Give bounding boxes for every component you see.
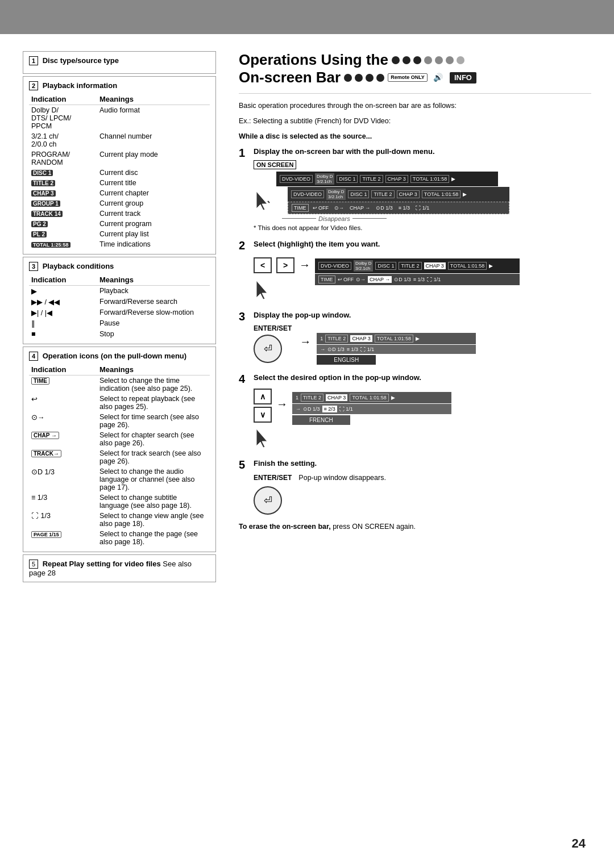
s3-chap: CHAP 3 <box>350 335 372 342</box>
step1-bar-top2: DVD-VIDEO Dolby D3/2.1ch DISC 1 TITLE 2 … <box>288 187 509 202</box>
table-row: ■ Stop <box>29 329 210 339</box>
ops-title-text2: On-screen Bar <box>239 69 341 86</box>
s2-dolby: Dolby D3/2.1ch <box>354 260 373 272</box>
section4: 4 Operation icons (on the pull-down menu… <box>23 347 216 552</box>
table-row: PAGE 1/15 Select to change the page (see… <box>29 529 210 547</box>
meaning-cell: Current play mode <box>97 149 210 168</box>
right-arrow-indicator: → <box>299 258 310 272</box>
repeat-btn[interactable]: ↩ OFF <box>311 205 331 211</box>
ops-title-line1: Operations Using the <box>239 51 591 69</box>
dot4 <box>424 56 432 64</box>
down-btn[interactable]: ∨ <box>254 407 272 423</box>
ind-cell: ■ <box>29 329 97 339</box>
ind-cell: CHAP 3 <box>29 188 97 198</box>
meaning-cell: Select to change subtitle language (see … <box>97 493 210 511</box>
s3-play: ▶ <box>416 336 420 341</box>
s4-total: TOTAL 1:01:58 <box>350 394 388 402</box>
right-column: Operations Using the On-screen Bar <box>233 51 591 585</box>
ind-cell: DISC 1 <box>29 168 97 178</box>
enter-set-label5: ENTER/SET <box>254 474 292 482</box>
dvd-video2: DVD-VIDEO <box>291 190 324 198</box>
section2-table: Indication Meanings Dolby D/DTS/ LPCM/PP… <box>29 94 210 249</box>
step5-content: Finish the setting. ENTER/SET Pop-up win… <box>254 458 591 515</box>
ops-title-text1: Operations Using the <box>239 51 388 69</box>
left-arrow-btn[interactable]: < <box>254 257 272 273</box>
s2-sub: ≡ 1/3 <box>413 277 425 282</box>
ind-cell: TIME <box>29 375 97 394</box>
audio-btn[interactable]: ⊙D 1/3 <box>374 205 395 211</box>
col-indication: Indication <box>29 274 97 286</box>
table-row: PG 2 Current program <box>29 219 210 229</box>
step3-content: Display the pop-up window. ENTER/SET ⏎ → <box>254 310 591 365</box>
time-btn[interactable]: TIME <box>292 204 309 212</box>
angle-btn[interactable]: ⛶ 1/1 <box>414 205 431 211</box>
table-row: DISC 1 Current disc <box>29 168 210 178</box>
meaning-cell: Select to change view angle (see also pa… <box>97 511 210 529</box>
right-arrow-btn[interactable]: > <box>276 257 294 273</box>
ind-cell: TRACK→ <box>29 448 97 466</box>
section5-title: Repeat Play setting for video files <box>43 560 161 568</box>
step3-bar1: 1 TITLE 2 CHAP 3 TOTAL 1:01:58 ▶ <box>317 333 476 344</box>
ind-cell: GROUP 1 <box>29 198 97 208</box>
step3-screen: 1 TITLE 2 CHAP 3 TOTAL 1:01:58 ▶ → ⊙D 1/… <box>317 333 476 365</box>
step1-screen-area: DVD-VIDEO Dolby D3/2.1ch DISC 1 TITLE 2 … <box>254 172 591 222</box>
step3-bar2: → ⊙D 1/3 ≡ 1/3 ⛶ 1/1 <box>317 345 476 354</box>
meaning-cell: Pause <box>97 318 210 329</box>
erase-note-strong: To erase the on-screen bar, <box>239 523 331 531</box>
s2-title: TITLE 2 <box>399 262 421 270</box>
enter-device3[interactable]: ⏎ <box>254 335 282 363</box>
disappears-area: Disappears <box>282 215 509 222</box>
table-row: TRACK→ Select for track search (see also… <box>29 448 210 466</box>
ind-cell: ↩ <box>29 394 97 412</box>
col-indication: Indication <box>29 94 97 105</box>
s2-search: ⊙→ <box>356 277 366 282</box>
meaning-cell: Current play list <box>97 229 210 239</box>
total2: TOTAL 1:01:58 <box>422 190 460 198</box>
cursor4-icon <box>254 426 271 449</box>
step4-num: 4 <box>239 373 249 386</box>
table-row: TOTAL 1:25:58 Time indications <box>29 239 210 249</box>
step2-bar1: DVD-VIDEO Dolby D3/2.1ch DISC 1 TITLE 2 … <box>315 258 520 273</box>
main-content: 1 Disc type/source type 2 Playback infor… <box>0 34 614 607</box>
table-row: ‖ Pause <box>29 318 210 329</box>
section4-num: 4 <box>29 352 38 361</box>
step5-body: ENTER/SET Pop-up window disappears. <box>254 473 591 483</box>
chap-search-btn[interactable]: CHAP → <box>348 205 372 211</box>
on-screen-label: ON SCREEN <box>254 160 296 169</box>
play-icon: ▶ <box>451 176 455 182</box>
disc-label: DISC 1 <box>337 175 358 183</box>
ind-cell: ▶ <box>29 286 97 297</box>
table-row: 3/2.1 ch/2/0.0 ch Channel number <box>29 131 210 149</box>
meaning-cell: Select to change the audio language or c… <box>97 466 210 493</box>
up-btn[interactable]: ∧ <box>254 389 272 404</box>
step3-left: ENTER/SET ⏎ <box>254 324 294 363</box>
intro-bold: While a disc is selected as the source..… <box>239 131 591 142</box>
dot1 <box>392 56 400 64</box>
meaning-cell: Time indications <box>97 239 210 249</box>
step4-body: ∧ ∨ → <box>254 386 591 450</box>
step2-num: 2 <box>239 239 249 252</box>
time-search-btn[interactable]: ⊙→ <box>333 205 346 211</box>
intro-line2: Ex.: Selecting a subtitle (French) for D… <box>239 116 591 127</box>
section2-num: 2 <box>29 81 38 90</box>
section5-num: 5 <box>29 560 38 569</box>
ind-cell: PL 2 <box>29 229 97 239</box>
step5-label: Finish the setting. <box>254 458 591 469</box>
section4-table: Indication Meanings TIME Select to chang… <box>29 364 210 547</box>
step3-option: ENGLISH <box>317 355 376 365</box>
enter-device5[interactable]: ⏎ <box>254 486 282 515</box>
step2-label: Select (highlight) the item you want. <box>254 239 591 249</box>
s2-chap-hi: CHAP 3 <box>424 262 446 269</box>
ind-cell: ⊙→ <box>29 412 97 430</box>
page-number: 24 <box>572 836 586 851</box>
left-column: 1 Disc type/source type 2 Playback infor… <box>23 51 216 585</box>
step1-label: Display the on-screen bar with the pull-… <box>254 147 591 157</box>
s4-1: 1 <box>296 395 298 400</box>
table-row: ⛶ 1/3 Select to change view angle (see a… <box>29 511 210 529</box>
s2-chap-hi2: CHAP → <box>368 276 392 283</box>
table-row: CHAP → Select for chapter search (see al… <box>29 430 210 448</box>
popup-disappears-text: Pop-up window disappears. <box>298 473 386 483</box>
subtitle-btn[interactable]: ≡ 1/3 <box>397 205 412 211</box>
dot7 <box>457 56 464 64</box>
dvd-video-label: DVD-VIDEO <box>280 175 313 183</box>
